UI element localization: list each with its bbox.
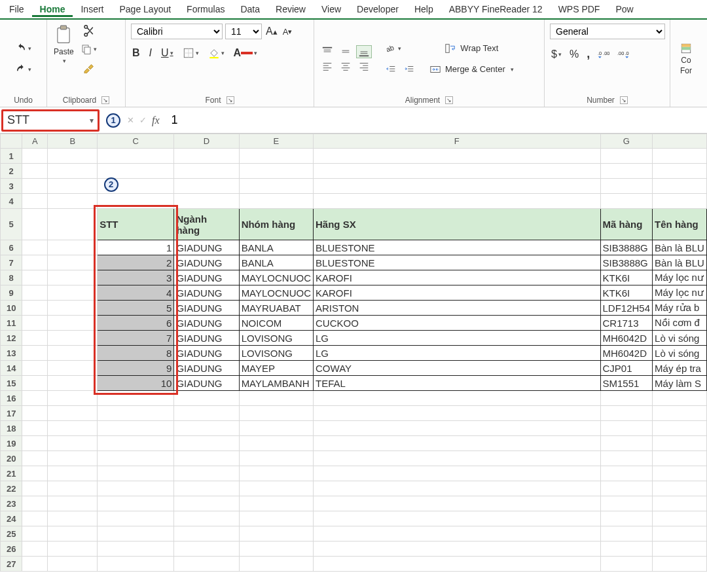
row-head-15[interactable]: 15: [1, 376, 22, 391]
cell-8[interactable]: Máy lọc nư: [653, 270, 707, 285]
font-color-button[interactable]: A▾: [232, 46, 259, 60]
cell-A24[interactable]: [22, 511, 48, 526]
cell-1[interactable]: [653, 149, 707, 164]
cell-G5[interactable]: Mã hàng: [600, 209, 653, 240]
cell-23[interactable]: [653, 496, 707, 511]
row-head-26[interactable]: 26: [1, 542, 22, 557]
cell-C20[interactable]: [98, 451, 174, 466]
row-head-18[interactable]: 18: [1, 421, 22, 436]
cell-E9[interactable]: MAYLOCNUOC: [239, 285, 313, 301]
cell-C12[interactable]: 7: [98, 331, 174, 346]
cell-E15[interactable]: MAYLAMBANH: [239, 376, 313, 391]
cell-A18[interactable]: [22, 421, 48, 436]
menu-file[interactable]: File: [1, 1, 32, 17]
cell-D18[interactable]: [174, 421, 239, 436]
cell-D11[interactable]: GIADUNG: [174, 316, 239, 331]
cell-D27[interactable]: [174, 557, 239, 572]
align-left-button[interactable]: [319, 60, 335, 73]
row-head-2[interactable]: 2: [1, 164, 22, 179]
cell-G4[interactable]: [600, 194, 653, 209]
cell-A11[interactable]: [22, 316, 48, 331]
cell-G23[interactable]: [600, 496, 653, 511]
wrap-text-button[interactable]: Wrap Text: [428, 41, 515, 56]
cell-B6[interactable]: [48, 240, 98, 255]
underline-button[interactable]: U▾: [160, 46, 175, 60]
cell-C4[interactable]: [98, 194, 174, 209]
accounting-format-button[interactable]: $▾: [550, 47, 563, 62]
cell-C13[interactable]: 8: [98, 346, 174, 361]
cell-4[interactable]: [653, 194, 707, 209]
cell-C18[interactable]: [98, 421, 174, 436]
merge-center-button[interactable]: Merge & Center▾: [428, 62, 515, 77]
cell-A15[interactable]: [22, 376, 48, 391]
row-head-3[interactable]: 3: [1, 179, 22, 194]
cell-D16[interactable]: [174, 391, 239, 406]
cell-C7[interactable]: 2: [98, 255, 174, 270]
decrease-indent-button[interactable]: [384, 62, 398, 77]
menu-review[interactable]: Review: [268, 1, 314, 17]
cell-27[interactable]: [653, 557, 707, 572]
cell-A1[interactable]: [22, 149, 48, 164]
cell-F21[interactable]: [314, 466, 600, 481]
cell-D15[interactable]: GIADUNG: [174, 376, 239, 391]
cell-A3[interactable]: [22, 179, 48, 194]
cell-D19[interactable]: [174, 436, 239, 451]
cell-C5[interactable]: STT: [98, 209, 174, 240]
alignment-dialog-launcher[interactable]: ↘: [445, 96, 453, 104]
cell-F10[interactable]: ARISTON: [314, 301, 600, 316]
cell-22[interactable]: [653, 481, 707, 496]
cell-10[interactable]: Máy rửa b: [653, 301, 707, 316]
redo-button[interactable]: ▾: [14, 62, 33, 77]
decrease-decimal-button[interactable]: .00.0: [616, 47, 630, 62]
align-middle-button[interactable]: [338, 45, 354, 58]
cell-D12[interactable]: GIADUNG: [174, 331, 239, 346]
cell-E5[interactable]: Nhóm hàng: [239, 209, 313, 240]
cell-A16[interactable]: [22, 391, 48, 406]
font-size-select[interactable]: 11: [225, 24, 262, 39]
cell-B10[interactable]: [48, 301, 98, 316]
cell-D3[interactable]: [174, 179, 239, 194]
cell-F13[interactable]: LG: [314, 346, 600, 361]
cell-B7[interactable]: [48, 255, 98, 270]
cell-E19[interactable]: [239, 436, 313, 451]
font-dialog-launcher[interactable]: ↘: [227, 96, 234, 104]
cell-G24[interactable]: [600, 511, 653, 526]
cell-6[interactable]: Bàn là BLU: [653, 240, 707, 255]
cell-E7[interactable]: BANLA: [239, 255, 313, 270]
cell-G6[interactable]: SIB3888G: [600, 240, 653, 255]
cell-D10[interactable]: GIADUNG: [174, 301, 239, 316]
col-head-D[interactable]: D: [174, 134, 239, 149]
increase-decimal-button[interactable]: .0.00: [596, 47, 611, 62]
cell-E1[interactable]: [239, 149, 313, 164]
cell-F12[interactable]: LG: [314, 331, 600, 346]
cell-D5[interactable]: Ngànhhàng: [174, 209, 239, 240]
col-head-G[interactable]: G: [600, 134, 653, 149]
cell-14[interactable]: Máy ép tra: [653, 361, 707, 376]
italic-button[interactable]: I: [148, 46, 153, 60]
cell-D22[interactable]: [174, 481, 239, 496]
cell-A7[interactable]: [22, 255, 48, 270]
cell-F9[interactable]: KAROFI: [314, 285, 600, 301]
align-right-button[interactable]: [356, 60, 372, 73]
cell-E10[interactable]: MAYRUABAT: [239, 301, 313, 316]
cell-E26[interactable]: [239, 542, 313, 557]
cell-C17[interactable]: [98, 406, 174, 421]
percent-format-button[interactable]: %: [568, 47, 580, 62]
cell-17[interactable]: [653, 406, 707, 421]
cell-B18[interactable]: [48, 421, 98, 436]
cell-18[interactable]: [653, 421, 707, 436]
cell-A19[interactable]: [22, 436, 48, 451]
cell-A25[interactable]: [22, 526, 48, 542]
cell-3[interactable]: [653, 179, 707, 194]
row-head-17[interactable]: 17: [1, 406, 22, 421]
cell-C25[interactable]: [98, 526, 174, 542]
cell-G20[interactable]: [600, 451, 653, 466]
cut-button[interactable]: [79, 24, 98, 38]
row-head-24[interactable]: 24: [1, 511, 22, 526]
cell-F18[interactable]: [314, 421, 600, 436]
col-head-A[interactable]: A: [22, 134, 48, 149]
cell-A12[interactable]: [22, 331, 48, 346]
cell-F20[interactable]: [314, 451, 600, 466]
decrease-font-button[interactable]: A▾: [281, 26, 294, 38]
chevron-down-icon[interactable]: ▾: [90, 116, 94, 125]
